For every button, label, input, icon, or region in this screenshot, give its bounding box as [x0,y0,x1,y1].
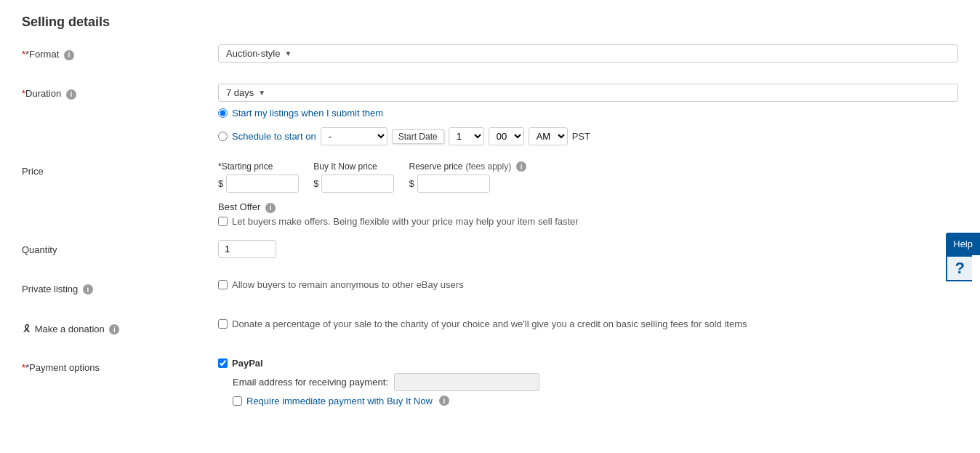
start-now-label[interactable]: Start my listings when I submit them [232,108,383,119]
quantity-input[interactable] [218,240,276,258]
payment-section: PayPal Email address for receiving payme… [218,358,958,406]
reserve-price-input[interactable] [417,175,490,193]
format-dropdown-arrow: ▼ [284,49,292,57]
duration-dropdown[interactable]: 7 days ▼ [218,84,958,102]
help-panel: Help ? [946,233,980,281]
price-label: Price [22,161,218,177]
duration-value: 7 days [226,87,254,98]
schedule-date-select[interactable]: - Today Tomorrow [321,127,387,145]
private-listing-label: Private listing i [22,279,218,295]
format-dropdown[interactable]: Auction-style ▼ [218,44,958,63]
format-row: **Format i Auction-style ▼ [22,44,958,71]
payment-options-row: **Payment options PayPal Email address f… [22,358,958,406]
schedule-ampm-select[interactable]: AMPM [529,127,568,145]
format-content: Auction-style ▼ [218,44,958,63]
donation-checkbox[interactable] [218,319,228,329]
best-offer-checkbox[interactable] [218,217,228,226]
help-tab[interactable]: Help [946,233,980,255]
reserve-price-label: Reserve price [409,161,462,172]
reserve-info-icon[interactable]: i [516,161,526,172]
start-immediate-row: Start my listings when I submit them [218,108,958,119]
ribbon-icon: 🎗 [22,323,32,334]
private-listing-info-icon[interactable]: i [83,284,93,294]
starting-price-currency: $ [218,178,223,189]
starting-price-input[interactable] [226,175,299,193]
duration-label: *Duration i [22,84,218,100]
help-question-icon[interactable]: ? [946,255,972,281]
donation-row: 🎗 Make a donation i Donate a percentage … [22,318,958,345]
starting-price-group: *Starting price $ [218,161,299,193]
quantity-label: Quantity [22,240,218,255]
quantity-content [218,240,958,258]
donation-info-icon[interactable]: i [109,324,119,334]
price-content: *Starting price $ Buy It Now price $ [218,161,958,227]
paypal-checkbox[interactable] [218,358,228,368]
schedule-radio[interactable] [218,132,228,141]
quantity-row: Quantity [22,240,958,266]
best-offer-section: Best Offer i Let buyers make offers. Bei… [218,201,958,227]
buy-it-now-group: Buy It Now price $ [313,161,394,193]
format-value: Auction-style [226,48,280,59]
schedule-label[interactable]: Schedule to start on [232,131,316,142]
payment-options-label: **Payment options [22,358,218,373]
buy-it-now-label: Buy It Now price [313,161,394,172]
timezone-label: PST [572,131,590,142]
fees-label: (fees apply) [466,161,512,172]
buy-it-now-currency: $ [313,178,318,189]
donation-checkbox-label: Donate a percentage of your sale to the … [232,318,747,329]
price-row: Price *Starting price $ Buy It Now price… [22,161,958,227]
reserve-price-currency: $ [409,178,414,189]
schedule-minute-select[interactable]: 00153045 [489,127,524,145]
donation-label: 🎗 Make a donation i [22,318,218,335]
immediate-payment-info-icon[interactable]: i [439,396,449,406]
paypal-label: PayPal [232,358,263,369]
email-input[interactable] [394,373,539,391]
best-offer-checkbox-row: Let buyers make offers. Being flexible w… [218,216,958,227]
donation-content: Donate a percentage of your sale to the … [218,318,958,329]
best-offer-label: Best Offer [218,201,260,212]
duration-content: 7 days ▼ Start my listings when I submit… [218,84,958,148]
best-offer-checkbox-label: Let buyers make offers. Being flexible w… [232,216,579,227]
starting-price-label: *Starting price [218,161,299,172]
format-label: **Format i [22,44,218,60]
start-date-tooltip: Start Date [392,129,444,144]
best-offer-info-icon[interactable]: i [265,203,276,213]
immediate-payment-checkbox[interactable] [233,396,242,406]
immediate-payment-row: Require immediate payment with Buy It No… [233,396,958,406]
payment-options-content: PayPal Email address for receiving payme… [218,358,958,406]
duration-row: *Duration i 7 days ▼ Start my listings w… [22,84,958,148]
private-listing-row: Private listing i Allow buyers to remain… [22,279,958,305]
email-row: Email address for receiving payment: [233,373,958,391]
duration-info-icon[interactable]: i [66,89,76,100]
page-title: Selling details [22,15,958,30]
format-info-icon[interactable]: i [64,50,74,60]
price-fields: *Starting price $ Buy It Now price $ [218,161,958,193]
private-listing-content: Allow buyers to remain anonymous to othe… [218,279,958,290]
immediate-payment-label: Require immediate payment with Buy It No… [246,396,433,406]
schedule-controls: - Today Tomorrow Start Date 1234 5678 91… [321,127,590,145]
schedule-hour-select[interactable]: 1234 5678 9101112 [449,127,484,145]
buy-it-now-input[interactable] [321,175,394,193]
page-container: Selling details **Format i Auction-style… [0,0,980,434]
reserve-price-group: Reserve price (fees apply) i $ [409,161,526,193]
schedule-row: Schedule to start on - Today Tomorrow St… [218,127,958,145]
private-listing-checkbox[interactable] [218,280,228,289]
private-listing-checkbox-label: Allow buyers to remain anonymous to othe… [232,279,464,290]
start-now-radio[interactable] [218,108,228,118]
email-label: Email address for receiving payment: [233,377,388,388]
duration-dropdown-arrow: ▼ [258,89,265,97]
